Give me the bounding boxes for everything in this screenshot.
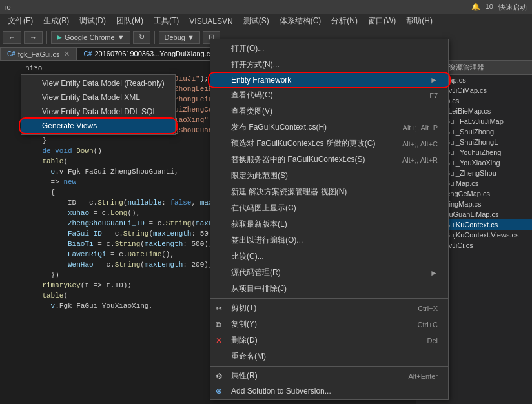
ctx-preview[interactable]: 预选对 FaGuiKuContext.cs 所做的更改(C) Alt+;, Al… [210, 136, 448, 152]
ctx-cut[interactable]: ✂ 剪切(T) Ctrl+X [210, 300, 448, 316]
ctx-props-shortcut: Alt+Enter [395, 372, 438, 380]
ctx-copy-label: 复制(Y) [231, 319, 257, 330]
ctx-source-control-label: 源代码管理(R) [231, 267, 281, 278]
ctx-delete-label: 删除(D) [231, 335, 258, 346]
ctx-open-label: 打开(O)... [231, 43, 264, 54]
ctx-copy-shortcut: Ctrl+C [405, 321, 438, 328]
ctx-compare[interactable]: 比较(C)... [210, 248, 448, 265]
ctx-copy[interactable]: ⧉ 复制(Y) Ctrl+C [210, 316, 448, 332]
ctx-publish[interactable]: 发布 FaGuiKuContext.cs(H) Alt+;, Alt+P [210, 119, 448, 136]
context-menu-overlay[interactable]: View Entity Data Model (Read-only) View … [0, 0, 532, 404]
ctx-add-svn[interactable]: ⊕ Add Solution to Subversion... [210, 384, 448, 398]
ctx-scope-label: 限定为此范围(S) [231, 170, 288, 181]
ctx-ef-label: Entity Framework [231, 76, 291, 85]
ctx-view-diagram-label: 查看类图(V) [231, 106, 272, 117]
ctx-rename-label: 重命名(M) [231, 351, 266, 362]
submenu-item-view-ddl[interactable]: View Entity Data Model DDL SQL [21, 105, 175, 119]
ctx-checkout[interactable]: 签出以进行编辑(O)... [210, 232, 448, 248]
ctx-replace-shortcut: Alt+;, Alt+R [389, 156, 438, 164]
ctx-ef-arrow: ► [417, 76, 438, 85]
ctx-publish-shortcut: Alt+;, Alt+P [390, 124, 438, 132]
ctx-replace[interactable]: 替换服务器中的 FaGuiKuContext.cs(S) Alt+;, Alt+… [210, 152, 448, 168]
svn-icon: ⊕ [216, 387, 222, 396]
ctx-sep-2 [210, 366, 448, 367]
gear-icon: ⚙ [216, 372, 223, 381]
ctx-new-view-label: 新建 解决方案资源管理器 视图(N) [231, 187, 347, 197]
submenu-item-view-xml[interactable]: View Entity Data Model XML [21, 90, 175, 105]
ctx-checkout-label: 签出以进行编辑(O)... [231, 235, 303, 246]
ctx-sc-arrow: ► [417, 268, 438, 278]
submenu-item-view-read[interactable]: View Entity Data Model (Read-only) [21, 76, 175, 90]
delete-icon: ✕ [216, 336, 222, 345]
ctx-view-diagram[interactable]: 查看类图(V) [210, 103, 448, 119]
ctx-code-map[interactable]: 在代码图上显示(C) [210, 200, 448, 216]
ctx-properties[interactable]: ⚙ 属性(R) Alt+Enter [210, 368, 448, 384]
submenu-label-3: View Entity Data Model DDL SQL [42, 107, 157, 116]
submenu-label-1: View Entity Data Model (Read-only) [42, 79, 165, 88]
ctx-exclude[interactable]: 从项目中排除(J) [210, 281, 448, 297]
ctx-new-view[interactable]: 新建 解决方案资源管理器 视图(N) [210, 184, 448, 200]
ctx-get-latest[interactable]: 获取最新版本(L) [210, 216, 448, 232]
ctx-scope[interactable]: 限定为此范围(S) [210, 168, 448, 184]
ctx-get-latest-label: 获取最新版本(L) [231, 219, 287, 230]
submenu-entity-framework: View Entity Data Model (Read-only) View … [21, 74, 176, 135]
ctx-view-code-label: 查看代码(C) [231, 90, 273, 101]
ctx-preview-label: 预选对 FaGuiKuContext.cs 所做的更改(C) [231, 138, 375, 149]
ctx-delete-shortcut: Del [414, 337, 438, 345]
ctx-open-with[interactable]: 打开方式(N)... [210, 57, 448, 73]
ctx-preview-shortcut: Alt+;, Alt+C [389, 140, 438, 148]
ctx-cut-label: 剪切(T) [231, 303, 256, 314]
ctx-publish-label: 发布 FaGuiKuContext.cs(H) [231, 122, 327, 133]
submenu-label-2: View Entity Data Model XML [42, 93, 140, 102]
ctx-svn-label: Add Solution to Subversion... [231, 387, 331, 396]
ctx-cut-shortcut: Ctrl+X [405, 305, 438, 312]
ctx-props-label: 属性(R) [231, 370, 258, 381]
ctx-replace-label: 替换服务器中的 FaGuiKuContext.cs(S) [231, 154, 365, 165]
copy-icon: ⧉ [216, 320, 221, 329]
context-menu: 打开(O)... 打开方式(N)... Entity Framework ► 查… [210, 39, 449, 400]
ctx-exclude-label: 从项目中排除(J) [231, 283, 287, 294]
ctx-rename[interactable]: 重命名(M) [210, 348, 448, 365]
ctx-code-map-label: 在代码图上显示(C) [231, 203, 296, 214]
ctx-view-code[interactable]: 查看代码(C) F7 [210, 87, 448, 103]
ctx-view-code-shortcut: F7 [416, 92, 438, 99]
ctx-open[interactable]: 打开(O)... [210, 41, 448, 57]
submenu-label-4: Generate Views [42, 121, 97, 130]
ctx-open-with-label: 打开方式(N)... [231, 59, 280, 70]
ctx-compare-label: 比较(C)... [231, 251, 264, 262]
ctx-sep-1 [210, 298, 448, 299]
ctx-delete[interactable]: ✕ 删除(D) Del [210, 332, 448, 348]
submenu-item-generate-views[interactable]: Generate Views [21, 119, 175, 133]
ctx-source-control[interactable]: 源代码管理(R) ► [210, 265, 448, 281]
ctx-entity-framework[interactable]: Entity Framework ► [210, 73, 448, 87]
cut-icon: ✂ [216, 304, 222, 313]
